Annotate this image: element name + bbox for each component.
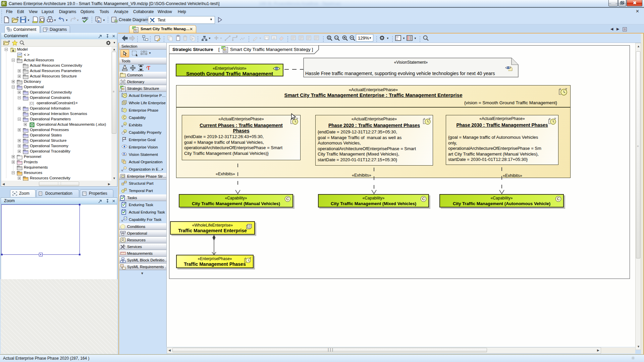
svg-text:1:1: 1:1 xyxy=(335,37,339,39)
svg-text:ABC: ABC xyxy=(82,16,89,20)
svg-text:[O]: [O] xyxy=(30,102,34,105)
svg-text:a: a xyxy=(12,48,14,52)
svg-text:C: C xyxy=(124,123,126,126)
svg-text:T: T xyxy=(147,65,151,71)
svg-text:C: C xyxy=(124,130,126,133)
svg-text:C: C xyxy=(123,116,125,119)
